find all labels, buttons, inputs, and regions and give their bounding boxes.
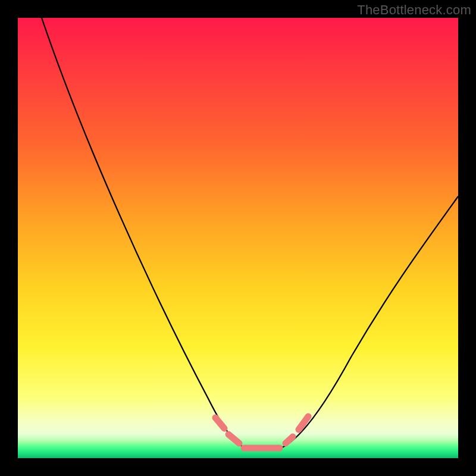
- chart-frame: TheBottleneck.com: [0, 0, 476, 476]
- highlight-seg-1: [215, 418, 224, 428]
- curve-layer: [18, 18, 458, 458]
- curve-right: [275, 196, 458, 450]
- watermark-text: TheBottleneck.com: [357, 2, 471, 18]
- highlight-seg-5: [299, 416, 308, 430]
- highlight-seg-2: [228, 434, 239, 443]
- highlight-group: [215, 416, 308, 448]
- highlight-seg-4: [286, 437, 293, 443]
- curve-left: [39, 9, 251, 450]
- plot-area: [18, 18, 458, 458]
